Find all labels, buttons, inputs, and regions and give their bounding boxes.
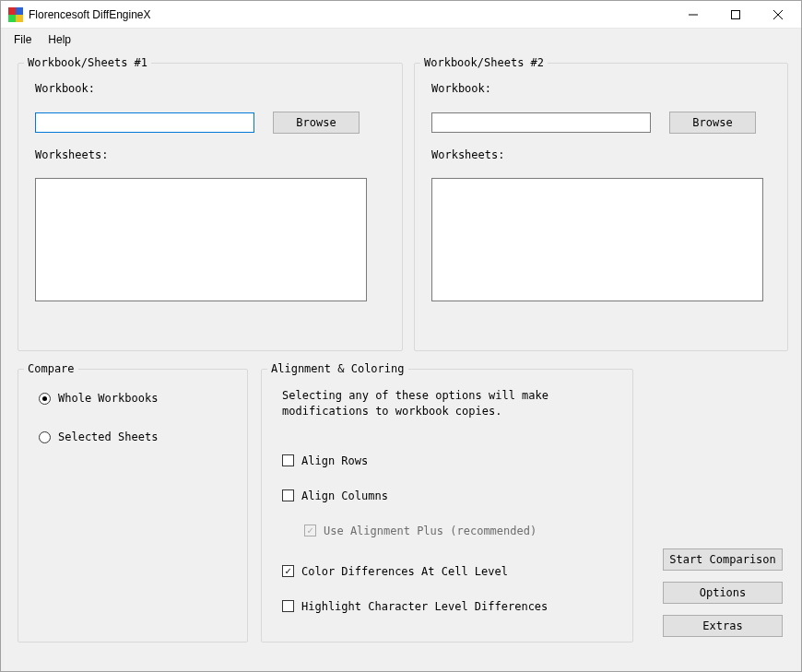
compare-group: Compare Whole Workbooks Selected Sheets bbox=[18, 362, 248, 643]
radio-selected-sheets[interactable]: Selected Sheets bbox=[39, 430, 227, 443]
svg-rect-0 bbox=[8, 7, 16, 15]
close-button[interactable] bbox=[757, 2, 799, 28]
check-align-rows[interactable]: Align Rows bbox=[282, 454, 612, 467]
window-title: Florencesoft DiffEngineX bbox=[29, 8, 672, 21]
titlebar: Florencesoft DiffEngineX bbox=[1, 1, 801, 29]
alignment-coloring-group: Alignment & Coloring Selecting any of th… bbox=[261, 362, 633, 643]
checkbox-icon bbox=[282, 600, 294, 612]
checkbox-icon bbox=[282, 565, 294, 577]
workbook-group-2-legend: Workbook/Sheets #2 bbox=[420, 56, 548, 69]
workbook-group-1-legend: Workbook/Sheets #1 bbox=[24, 56, 151, 69]
alignment-legend: Alignment & Coloring bbox=[267, 362, 408, 375]
svg-rect-2 bbox=[8, 15, 16, 22]
worksheets-2-label: Worksheets: bbox=[431, 148, 771, 161]
options-button[interactable]: Options bbox=[663, 582, 783, 604]
radio-whole-label: Whole Workbooks bbox=[58, 392, 158, 405]
worksheets-2-list[interactable] bbox=[431, 178, 763, 301]
extras-button[interactable]: Extras bbox=[663, 615, 783, 637]
svg-rect-3 bbox=[16, 15, 23, 22]
check-align-columns-label: Align Columns bbox=[301, 489, 388, 502]
radio-whole-workbooks[interactable]: Whole Workbooks bbox=[39, 392, 227, 405]
check-use-alignment-plus: Use Alignment Plus (recommended) bbox=[304, 525, 612, 537]
client-area: Workbook/Sheets #1 Workbook: Browse Work… bbox=[1, 51, 801, 671]
workbook-group-1: Workbook/Sheets #1 Workbook: Browse Work… bbox=[18, 56, 403, 351]
worksheets-1-list[interactable] bbox=[35, 178, 367, 301]
browse-2-button[interactable]: Browse bbox=[669, 112, 756, 134]
check-use-plus-label: Use Alignment Plus (recommended) bbox=[324, 525, 537, 537]
checkbox-icon bbox=[304, 525, 316, 536]
svg-rect-1 bbox=[16, 7, 23, 15]
check-align-columns[interactable]: Align Columns bbox=[282, 489, 612, 502]
minimize-button[interactable] bbox=[672, 2, 714, 28]
radio-icon bbox=[39, 431, 51, 443]
checkbox-icon bbox=[282, 489, 294, 501]
check-highlight-char[interactable]: Highlight Character Level Differences bbox=[282, 600, 612, 613]
worksheets-1-label: Worksheets: bbox=[35, 148, 385, 161]
radio-selected-label: Selected Sheets bbox=[58, 430, 158, 443]
check-align-rows-label: Align Rows bbox=[301, 454, 368, 467]
menubar: File Help bbox=[1, 29, 801, 51]
checkbox-icon bbox=[282, 454, 294, 466]
svg-rect-5 bbox=[732, 10, 740, 18]
menu-file[interactable]: File bbox=[14, 33, 31, 46]
check-highlight-char-label: Highlight Character Level Differences bbox=[301, 600, 548, 613]
workbook-1-label: Workbook: bbox=[35, 82, 385, 95]
compare-legend: Compare bbox=[24, 362, 78, 375]
check-color-diff-label: Color Differences At Cell Level bbox=[301, 565, 508, 578]
window-controls bbox=[672, 2, 799, 28]
alignment-info: Selecting any of these options will make… bbox=[282, 388, 612, 419]
action-buttons: Start Comparison Options Extras bbox=[663, 548, 783, 637]
maximize-button[interactable] bbox=[714, 2, 757, 28]
menu-help[interactable]: Help bbox=[48, 33, 71, 46]
check-color-differences[interactable]: Color Differences At Cell Level bbox=[282, 565, 612, 578]
radio-icon bbox=[39, 393, 51, 405]
start-comparison-button[interactable]: Start Comparison bbox=[663, 548, 783, 571]
workbook-group-2: Workbook/Sheets #2 Workbook: Browse Work… bbox=[414, 56, 788, 351]
app-icon bbox=[8, 7, 23, 22]
workbook-1-input[interactable] bbox=[35, 112, 254, 133]
workbook-2-input[interactable] bbox=[431, 112, 651, 133]
workbook-2-label: Workbook: bbox=[431, 82, 771, 95]
main-window: Florencesoft DiffEngineX File Help Workb… bbox=[0, 0, 802, 672]
browse-1-button[interactable]: Browse bbox=[273, 112, 360, 134]
